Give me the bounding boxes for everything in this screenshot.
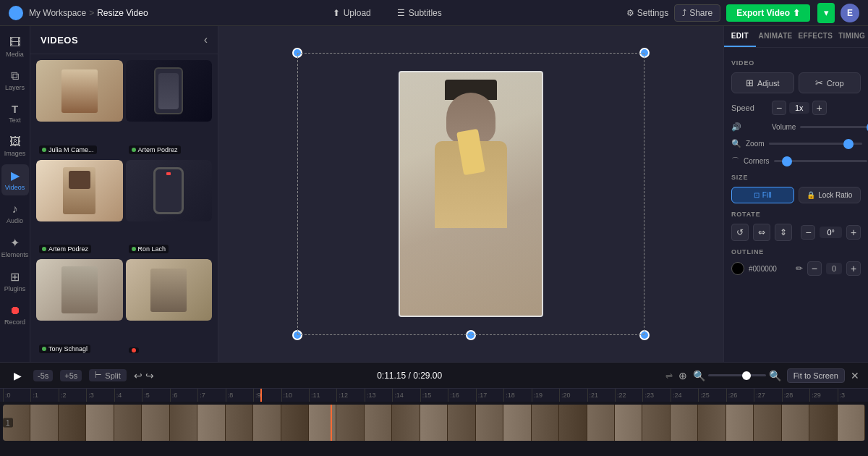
track-frames: [3, 405, 865, 441]
play-button[interactable]: ▶: [9, 367, 26, 384]
thumb-label-6: [129, 347, 139, 353]
zoom-slider[interactable]: [769, 143, 862, 145]
ruler-mark: :27: [754, 389, 781, 402]
thumb-bg-5: [36, 259, 123, 321]
crop-button[interactable]: ✂ Crop: [799, 72, 861, 93]
split-button[interactable]: ⊢ Split: [89, 369, 126, 381]
rotate-value: 0°: [820, 227, 842, 238]
thumb-label-2: Artem Podrez: [129, 145, 181, 154]
sidebar-item-layers[interactable]: ⧉ Layers: [1, 65, 29, 96]
ruler-mark: :20: [559, 389, 587, 402]
rotate-section-label: ROTATE: [731, 211, 861, 218]
ruler-mark: :11: [309, 389, 336, 402]
breadcrumb-separator: >: [89, 8, 94, 18]
close-timeline-button[interactable]: ✕: [851, 370, 859, 381]
rotate-left-button[interactable]: ↺: [731, 224, 749, 241]
undo-button[interactable]: ↩: [134, 370, 142, 381]
crop-icon: ✂: [815, 77, 823, 88]
fit-screen-button[interactable]: Fit to Screen: [787, 368, 845, 383]
tab-edit[interactable]: EDIT: [724, 26, 756, 47]
share-button[interactable]: ⤴ Share: [674, 4, 720, 22]
lock-ratio-button[interactable]: 🔒 Lock Ratio: [799, 187, 861, 203]
zoom-icon: 🔍: [731, 139, 741, 148]
ruler-mark: :19: [532, 389, 559, 402]
video-thumb-6[interactable]: [126, 259, 213, 356]
ruler-mark: :21: [587, 389, 615, 402]
lock-icon: 🔒: [807, 191, 815, 199]
workspace-link[interactable]: My Workspace: [29, 8, 86, 18]
outline-section-label: OUTLINE: [731, 248, 861, 256]
panel-close-button[interactable]: ‹: [204, 33, 208, 46]
timeline-track-1[interactable]: [3, 405, 865, 441]
video-thumb-4[interactable]: Ron Lach: [126, 160, 213, 257]
timeline-ruler: :0 :1 :2 :3 :4 :5 :6 :7 :8 :9 :10 :11 :1…: [0, 389, 868, 402]
tab-animate[interactable]: ANIMATE: [756, 26, 796, 47]
ruler-mark: :14: [392, 389, 420, 402]
skip-fwd-button[interactable]: +5s: [60, 370, 82, 381]
tab-timing[interactable]: TIMING: [835, 26, 868, 47]
redo-button[interactable]: ↪: [145, 370, 154, 381]
timeline-controls: ▶ -5s +5s ⊢ Split ↩ ↪ 0:11.15 / 0:29.00 …: [0, 363, 868, 389]
zoom-out-button[interactable]: 🔍: [693, 370, 705, 381]
outline-color-picker[interactable]: [731, 262, 744, 275]
subtitles-icon: ☰: [397, 8, 405, 18]
videos-icon: ▶: [11, 169, 20, 182]
speed-increase-button[interactable]: +: [812, 101, 827, 115]
sidebar-item-text[interactable]: T Text: [1, 98, 29, 128]
settings-button[interactable]: ⚙ Settings: [626, 8, 668, 18]
outline-value: 0: [826, 263, 842, 274]
video-grid: Julia M Came... Artem Podrez: [30, 54, 218, 362]
thumb-label-3: Artem Podrez: [39, 245, 91, 253]
sidebar-item-elements[interactable]: ✦ Elements: [1, 232, 29, 263]
sidebar-item-media[interactable]: 🎞 Media: [1, 32, 29, 62]
speed-controls: − 1x +: [772, 101, 827, 115]
timeline: ▶ -5s +5s ⊢ Split ↩ ↪ 0:11.15 / 0:29.00 …: [0, 362, 868, 456]
link-icon: ⇌: [665, 371, 673, 381]
sidebar-item-videos[interactable]: ▶ Videos: [1, 164, 29, 195]
outline-decrease-button[interactable]: −: [807, 261, 822, 276]
rotate-decrease-button[interactable]: −: [801, 225, 815, 240]
tab-effects[interactable]: EFFECTS: [796, 26, 836, 47]
export-dropdown-button[interactable]: ▾: [817, 3, 835, 23]
preview-content: [400, 72, 542, 316]
speed-decrease-button[interactable]: −: [772, 101, 786, 115]
rotate-increase-button[interactable]: +: [846, 225, 861, 240]
size-section-label: SIZE: [731, 174, 861, 181]
sidebar-item-plugins[interactable]: ⊞ Plugins: [1, 266, 29, 297]
adjust-button[interactable]: ⊞ Adjust: [731, 72, 794, 93]
sidebar-item-audio[interactable]: ♪ Audio: [1, 198, 29, 229]
track-number: 1: [3, 418, 13, 428]
topbar-right: ⚙ Settings ⤴ Share Export Video ⬆ ▾ E: [626, 3, 859, 23]
canvas-area: [218, 26, 723, 362]
corners-control: ⌒ Corners: [731, 156, 861, 166]
thumb-bg-1: [36, 60, 123, 122]
layers-icon: ⧉: [11, 69, 19, 83]
fill-button[interactable]: ⊡ Fill: [731, 187, 794, 203]
flip-v-button[interactable]: ⇕: [775, 224, 792, 241]
video-thumb-5[interactable]: Tony Schnagl: [36, 259, 123, 356]
corners-icon: ⌒: [731, 156, 739, 166]
sidebar-item-record[interactable]: ⏺ Record: [1, 300, 29, 330]
video-thumb-1[interactable]: Julia M Came...: [36, 60, 123, 157]
export-button[interactable]: Export Video ⬆: [726, 4, 810, 22]
ruler-mark: :29: [809, 389, 837, 402]
skip-back-button[interactable]: -5s: [33, 370, 53, 381]
sidebar-item-images[interactable]: 🖼 Images: [1, 131, 29, 161]
zoom-track-slider[interactable]: [708, 374, 766, 376]
flip-h-button[interactable]: ⇔: [753, 224, 770, 241]
outline-increase-button[interactable]: +: [846, 261, 861, 276]
volume-slider[interactable]: [800, 126, 868, 128]
video-thumb-2[interactable]: Artem Podrez: [126, 60, 213, 157]
app-logo: [9, 6, 23, 20]
subtitles-button[interactable]: ☰ Subtitles: [391, 5, 448, 21]
thumb-label-1: Julia M Came...: [39, 145, 97, 154]
upload-button[interactable]: ⬆ Upload: [327, 5, 377, 21]
video-actions: ⊞ Adjust ✂ Crop: [731, 72, 861, 93]
breadcrumb: My Workspace > Resize Video: [29, 8, 148, 18]
video-thumb-3[interactable]: Artem Podrez: [36, 160, 123, 257]
status-dot-4: [132, 247, 136, 251]
upload-icon: ⬆: [333, 8, 340, 18]
zoom-in-button[interactable]: 🔍: [769, 370, 781, 381]
corners-slider[interactable]: [774, 160, 867, 162]
fill-icon: ⊡: [754, 191, 760, 199]
